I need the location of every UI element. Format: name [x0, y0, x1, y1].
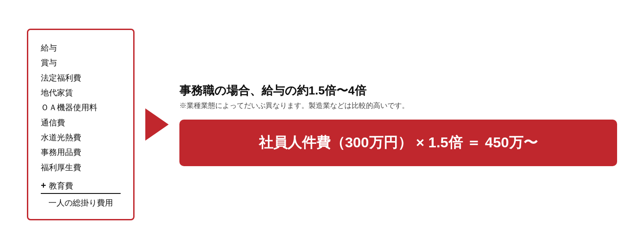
list-item: 法定福利費 — [41, 71, 121, 86]
main-container: 給与 賞与 法定福利費 地代家賃 ＯＡ機器使用料 通信費 水道光熱費 事務用品費… — [0, 20, 644, 229]
formula-text: 社員人件費（300万円） × 1.5倍 ＝ 450万〜 — [259, 133, 538, 153]
list-item: 福利厚生費 — [41, 160, 121, 175]
cost-items-list: 給与 賞与 法定福利費 地代家賃 ＯＡ機器使用料 通信費 水道光熱費 事務用品費… — [41, 41, 121, 175]
sub-info-text: ※業種業態によってだいぶ異なります。製造業などは比較的高いです。 — [179, 101, 617, 111]
list-item: 事務用品費 — [41, 145, 121, 160]
total-label: 一人の総掛り費用 — [41, 197, 121, 208]
list-item: 通信費 — [41, 116, 121, 130]
right-content: 事務職の場合、給与の約1.5倍〜4倍 ※業種業態によってだいぶ異なります。製造業… — [179, 83, 617, 166]
divider — [41, 193, 121, 194]
formula-box: 社員人件費（300万円） × 1.5倍 ＝ 450万〜 — [179, 120, 617, 166]
info-text-block: 事務職の場合、給与の約1.5倍〜4倍 ※業種業態によってだいぶ異なります。製造業… — [179, 83, 617, 111]
right-arrow-icon — [145, 108, 169, 141]
list-item: 水道光熱費 — [41, 130, 121, 145]
plus-item-label: 教育費 — [49, 180, 73, 191]
list-item: ＯＡ機器使用料 — [41, 100, 121, 115]
plus-icon: + — [41, 180, 46, 191]
plus-item-row: + 教育費 — [41, 180, 121, 191]
list-item: 賞与 — [41, 56, 121, 70]
arrow-container — [135, 108, 179, 141]
list-item: 地代家賃 — [41, 86, 121, 100]
list-box: 給与 賞与 法定福利費 地代家賃 ＯＡ機器使用料 通信費 水道光熱費 事務用品費… — [27, 29, 135, 220]
main-info-text: 事務職の場合、給与の約1.5倍〜4倍 — [179, 83, 617, 99]
list-item: 給与 — [41, 41, 121, 56]
